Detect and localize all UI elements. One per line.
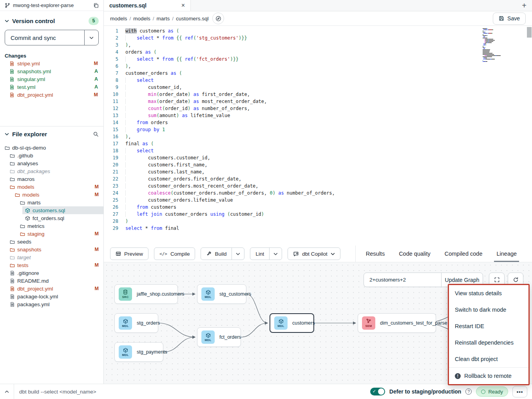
code-line[interactable]: 7customer_orders as (: [104, 70, 532, 77]
build-button[interactable]: Build: [201, 248, 232, 260]
code-editor[interactable]: 1with customers as (2 select * from {{ r…: [104, 26, 532, 246]
changed-file-row[interactable]: singular.ymlA: [0, 75, 103, 83]
compile-button[interactable]: </> Compile: [154, 247, 195, 260]
expand-command-bar-button[interactable]: [0, 384, 14, 399]
tree-item-package-lock-yml[interactable]: package-lock.yml: [0, 292, 103, 300]
code-line[interactable]: 26 from customers: [104, 204, 532, 211]
lint-button[interactable]: Lint: [250, 248, 269, 260]
tree-item-analyses[interactable]: analyses: [0, 159, 103, 167]
menu-item-restart-ide[interactable]: Restart IDE: [449, 318, 528, 334]
changed-file-row[interactable]: dbt_project.ymlM: [0, 91, 103, 99]
lineage-node-customers[interactable]: MDLcustomers: [270, 313, 314, 333]
commit-options-chevron[interactable]: [84, 30, 98, 45]
breadcrumb-item[interactable]: models: [110, 16, 127, 22]
preview-button[interactable]: Preview: [110, 247, 148, 260]
code-line[interactable]: 21 customers.last_name,: [104, 168, 532, 175]
minimap[interactable]: [483, 28, 522, 62]
defer-toggle[interactable]: ✓: [370, 388, 385, 395]
code-line[interactable]: 18 select: [104, 147, 532, 154]
lineage-node-dim_customers_test_for_parse[interactable]: SEMdim_customers_test_for_parse: [358, 313, 436, 333]
tree-item-readme-md[interactable]: README.md: [0, 277, 103, 285]
code-line[interactable]: 11 max(order_date) as most_recent_order_…: [104, 98, 532, 105]
code-line[interactable]: 23 customer_orders.most_recent_order_dat…: [104, 182, 532, 190]
menu-item-rollback-to-remote[interactable]: !Rollback to remote: [449, 368, 528, 384]
version-control-header[interactable]: Version control 5: [0, 14, 103, 27]
code-line[interactable]: 6),: [104, 63, 532, 70]
copy-branch-icon[interactable]: [93, 3, 99, 8]
code-line[interactable]: 17final as (: [104, 140, 532, 147]
tree-item-tests[interactable]: testsM: [0, 261, 103, 269]
code-line[interactable]: 3),: [104, 42, 532, 49]
code-line[interactable]: 28): [104, 218, 532, 225]
code-line[interactable]: 25 customer_orders.lifetime_value: [104, 197, 532, 204]
code-line[interactable]: 12 count(order_id) as number_of_orders,: [104, 105, 532, 112]
code-line[interactable]: 2 select * from {{ ref('stg_customers')}…: [104, 34, 532, 42]
code-line[interactable]: 10 min(order_date) as first_order_date,: [104, 91, 532, 98]
code-line[interactable]: 14 from orders: [104, 119, 532, 126]
lineage-selector-input[interactable]: 2+customers+2: [364, 273, 441, 287]
tree-item--gitignore[interactable]: .gitignore: [0, 269, 103, 277]
code-line[interactable]: 22 customer_orders.first_order_date,: [104, 175, 532, 182]
code-line[interactable]: 5 select * from {{ ref('fct_orders')}}: [104, 56, 532, 63]
tab-compiled-code[interactable]: Compiled code: [445, 246, 483, 262]
tree-item-packages-yml[interactable]: packages.yml: [0, 300, 103, 308]
changed-file-row[interactable]: stripe.ymlM: [0, 60, 103, 67]
lint-options-chevron[interactable]: [269, 248, 282, 260]
code-line[interactable]: 9 customer_id,: [104, 84, 532, 91]
changed-file-row[interactable]: test.ymlA: [0, 83, 103, 91]
lineage-node-stg_customers[interactable]: MDLstg_customers: [197, 284, 246, 304]
code-line[interactable]: 24 coalesce(customer_orders.number_of_or…: [104, 190, 532, 197]
open-in-explorer-button[interactable]: [212, 13, 224, 24]
close-tab-icon[interactable]: ×: [181, 2, 185, 9]
editor-scrollbar[interactable]: [527, 27, 532, 38]
tree-item-models[interactable]: modelsM: [0, 183, 103, 191]
more-options-button[interactable]: •••: [512, 386, 527, 397]
tab-lineage[interactable]: Lineage: [496, 246, 517, 262]
tab-customers-sql[interactable]: customers.sql ×: [104, 0, 191, 11]
tree-item-marts[interactable]: marts: [0, 199, 103, 206]
search-icon[interactable]: [93, 131, 99, 137]
build-options-chevron[interactable]: [232, 248, 244, 260]
help-icon[interactable]: ?: [465, 388, 472, 395]
status-badge[interactable]: Ready: [476, 386, 508, 397]
commit-and-sync-button[interactable]: Commit and sync: [5, 30, 99, 45]
breadcrumb-item[interactable]: models: [133, 16, 150, 22]
tree-item-staging[interactable]: stagingM: [0, 230, 103, 238]
dbt-copilot-button[interactable]: dbt Copilot: [288, 247, 340, 260]
tree-item-dbt-packages[interactable]: dbt_packages: [0, 167, 103, 175]
menu-item-reinstall-dependencies[interactable]: Reinstall dependencies: [449, 334, 528, 351]
menu-item-view-status-details[interactable]: View status details: [449, 285, 528, 302]
breadcrumb-item[interactable]: customers.sql: [176, 16, 208, 22]
tab-results[interactable]: Results: [366, 246, 385, 262]
tree-item-customers-sql[interactable]: customers.sql: [0, 206, 103, 214]
code-line[interactable]: 1with customers as (: [104, 27, 532, 34]
breadcrumb-item[interactable]: marts: [157, 16, 170, 22]
lineage-node-stg_orders[interactable]: MDLstg_orders: [114, 313, 158, 333]
file-explorer-header[interactable]: File explorer: [0, 127, 103, 141]
tab-code-quality[interactable]: Code quality: [399, 246, 431, 262]
tree-item-target[interactable]: target: [0, 253, 103, 261]
save-button[interactable]: Save: [493, 13, 526, 25]
tree-item-seeds[interactable]: seeds: [0, 238, 103, 246]
lineage-node-fct_orders[interactable]: MDLfct_orders: [197, 327, 241, 347]
command-input[interactable]: dbt build --select <model_name>: [19, 389, 96, 395]
code-line[interactable]: 20 customers.first_name,: [104, 161, 532, 168]
code-line[interactable]: 15 group by 1: [104, 126, 532, 133]
tree-item-db-sl-qs-demo[interactable]: db-sl-qs-demo: [0, 144, 103, 152]
tree-item-dbt-project-yml[interactable]: dbt_project.ymlM: [0, 285, 103, 292]
code-line[interactable]: 13 sum(amount) as lifetime_value: [104, 112, 532, 119]
tree-item-macros[interactable]: macros: [0, 175, 103, 183]
tree-item-models[interactable]: modelsM: [0, 191, 103, 199]
new-tab-button[interactable]: +: [522, 0, 527, 11]
code-line[interactable]: 29select * from final: [104, 225, 532, 232]
tree-item-metrics[interactable]: metrics: [0, 222, 103, 230]
code-line[interactable]: 16),: [104, 133, 532, 140]
menu-item-switch-to-dark-mode[interactable]: Switch to dark mode: [449, 302, 528, 318]
tree-item-snapshots[interactable]: snapshotsM: [0, 246, 103, 253]
tree-item-fct-orders-sql[interactable]: fct_orders.sql: [0, 214, 103, 222]
code-line[interactable]: 19 customers.customer_id,: [104, 154, 532, 161]
code-line[interactable]: 8 select: [104, 77, 532, 84]
changed-file-row[interactable]: snapshots.ymlA: [0, 67, 103, 75]
code-line[interactable]: 27 left join customer_orders using (cust…: [104, 211, 532, 218]
menu-item-clean-dbt-project[interactable]: Clean dbt project: [449, 351, 528, 367]
